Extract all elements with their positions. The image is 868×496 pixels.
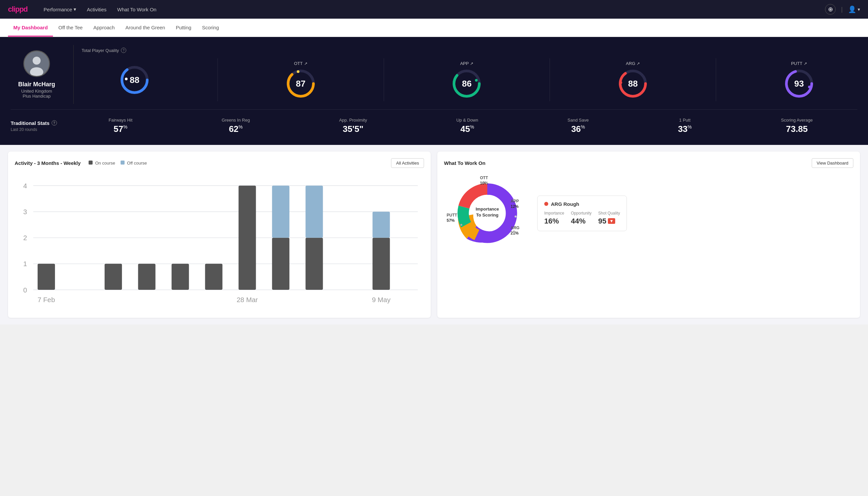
circle-putt-wrap: 93 <box>784 68 814 98</box>
chevron-down-icon: ▾ <box>74 6 76 12</box>
nav-right: ⊕ | 👤 ▾ <box>825 4 860 15</box>
circle-divider-2 <box>384 58 384 101</box>
svg-rect-36 <box>305 238 323 290</box>
svg-point-17 <box>808 86 811 88</box>
what-to-work-on-card: What To Work On View Dashboard <box>437 152 860 318</box>
dashboard-content: Blair McHarg United Kingdom Plus Handica… <box>0 37 868 145</box>
arg-card: ARG Rough Importance 16% Opportunity 44%… <box>537 196 627 231</box>
tab-putting[interactable]: Putting <box>171 19 197 37</box>
user-menu-button[interactable]: 👤 ▾ <box>848 5 860 13</box>
arg-label: ARG ↗ <box>626 61 640 66</box>
arg-dot-icon <box>544 202 548 206</box>
profile-section: Blair McHarg United Kingdom Plus Handica… <box>11 45 70 104</box>
circle-app: APP ↗ 86 <box>444 58 490 101</box>
bottom-row: Activity - 3 Months - Weekly On course O… <box>0 145 868 324</box>
donut-chart: Importance To Scoring PUTT 57% OTT 10% A… <box>444 173 531 253</box>
svg-text:12%: 12% <box>510 204 519 209</box>
svg-rect-34 <box>272 238 289 290</box>
svg-rect-37 <box>305 186 323 237</box>
stat-items: Fairways Hit 57% Greens In Reg 62% App. … <box>64 118 857 134</box>
trad-stats-label: Traditional Stats ? Last 20 rounds <box>11 120 64 132</box>
svg-point-58 <box>460 224 462 226</box>
stat-fairways: Fairways Hit 57% <box>109 118 132 134</box>
circle-arg: ARG ↗ 88 <box>610 58 656 101</box>
all-activities-button[interactable]: All Activities <box>391 158 424 168</box>
svg-point-5 <box>125 78 128 80</box>
svg-point-59 <box>486 182 488 184</box>
svg-rect-35 <box>272 186 289 237</box>
svg-text:0: 0 <box>23 286 27 294</box>
svg-rect-38 <box>373 238 390 290</box>
svg-text:OTT: OTT <box>480 175 488 180</box>
svg-text:PUTT: PUTT <box>447 213 457 218</box>
user-icon: 👤 <box>848 5 856 13</box>
chart-area: 4 3 2 1 0 <box>15 173 424 311</box>
profile-stats-row: Blair McHarg United Kingdom Plus Handica… <box>11 45 857 104</box>
tpq-label: Total Player Quality ? <box>82 48 852 53</box>
svg-rect-29 <box>105 264 122 290</box>
info-icon: ? <box>121 48 126 53</box>
sub-nav: My Dashboard Off the Tee Approach Around… <box>0 19 868 37</box>
tpq-circles: 88 OTT ↗ 87 <box>82 58 852 101</box>
chevron-down-icon: ▾ <box>858 7 860 12</box>
svg-rect-32 <box>205 264 222 290</box>
nav-divider: | <box>841 6 843 13</box>
logo[interactable]: clippd <box>8 5 28 14</box>
svg-rect-30 <box>138 264 156 290</box>
tab-scoring[interactable]: Scoring <box>196 19 224 37</box>
svg-point-8 <box>297 70 299 73</box>
nav-activities[interactable]: Activities <box>87 7 107 12</box>
wtwo-content: Importance To Scoring PUTT 57% OTT 10% A… <box>444 173 853 253</box>
nav-links: Performance ▾ Activities What To Work On <box>44 6 157 12</box>
app-score: 86 <box>462 79 472 89</box>
arg-shot-quality: Shot Quality 95 ▼ <box>598 211 620 226</box>
svg-text:9 May: 9 May <box>372 296 391 304</box>
circle-divider-1 <box>218 58 218 101</box>
tab-around-the-green[interactable]: Around the Green <box>120 19 170 37</box>
ott-score: 87 <box>296 79 305 89</box>
svg-text:28 Mar: 28 Mar <box>236 296 258 304</box>
profile-handicap: Plus Handicap <box>23 94 51 98</box>
info-icon-stats: ? <box>52 120 57 126</box>
ott-label: OTT ↗ <box>294 61 307 66</box>
activity-chart-svg: 4 3 2 1 0 <box>15 173 424 310</box>
view-dashboard-button[interactable]: View Dashboard <box>812 158 853 168</box>
on-course-dot <box>89 160 93 165</box>
stat-sandsave: Sand Save 36% <box>568 118 589 134</box>
profile-country: United Kingdom <box>21 89 52 94</box>
stat-gir: Greens In Reg 62% <box>222 118 250 134</box>
svg-text:7 Feb: 7 Feb <box>38 296 55 304</box>
circle-putt: PUTT ↗ 93 <box>776 58 822 101</box>
legend-off-course: Off course <box>121 160 147 166</box>
svg-rect-39 <box>373 212 390 237</box>
tab-off-the-tee[interactable]: Off the Tee <box>53 19 88 37</box>
horizontal-divider <box>11 109 857 110</box>
overall-score: 88 <box>129 75 139 85</box>
legend-on-course: On course <box>89 160 115 166</box>
activity-card: Activity - 3 Months - Weekly On course O… <box>8 152 431 318</box>
activity-header-left: Activity - 3 Months - Weekly On course O… <box>15 160 147 166</box>
ott-arrow-icon: ↗ <box>304 61 307 66</box>
svg-rect-28 <box>38 264 55 290</box>
nav-performance[interactable]: Performance ▾ <box>44 6 76 12</box>
svg-point-60 <box>513 199 515 201</box>
svg-rect-33 <box>238 186 256 290</box>
add-button[interactable]: ⊕ <box>825 4 836 15</box>
circle-overall-wrap: 88 <box>120 65 149 95</box>
circle-divider-3 <box>550 58 550 101</box>
nav-what-to-work-on[interactable]: What To Work On <box>117 7 157 12</box>
circle-ott-wrap: 87 <box>286 68 316 98</box>
wtwo-card-title: What To Work On <box>444 160 485 166</box>
tab-my-dashboard[interactable]: My Dashboard <box>8 19 53 37</box>
putt-label: PUTT ↗ <box>791 61 807 66</box>
svg-point-14 <box>619 81 622 84</box>
tab-approach[interactable]: Approach <box>88 19 120 37</box>
svg-text:To Scoring: To Scoring <box>476 213 499 218</box>
putt-score: 93 <box>794 79 804 89</box>
ts-title: Traditional Stats ? <box>11 120 64 126</box>
circle-divider-4 <box>716 58 716 101</box>
circle-ott: OTT ↗ 87 <box>278 58 324 101</box>
profile-name: Blair McHarg <box>18 81 55 88</box>
stat-updown: Up & Down 45% <box>456 118 478 134</box>
circle-overall: 88 <box>112 62 158 98</box>
